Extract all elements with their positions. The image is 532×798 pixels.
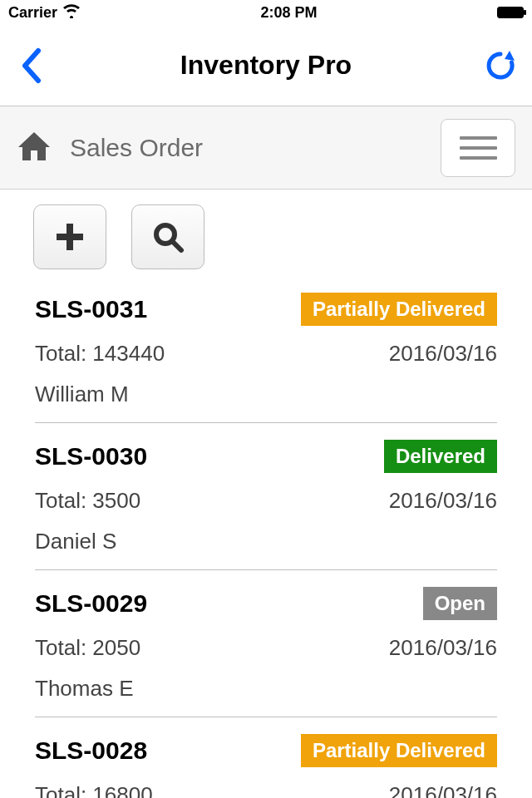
list-item-row: Total: 1434402016/03/16	[35, 341, 497, 367]
page-title: Inventory Pro	[48, 50, 484, 81]
list-item-row: SLS-0031Partially Delivered	[35, 293, 497, 326]
search-icon	[151, 220, 185, 254]
list-item[interactable]: SLS-0028Partially DeliveredTotal: 168002…	[35, 717, 497, 798]
list-item-row: Total: 20502016/03/16	[35, 635, 497, 661]
order-date: 2016/03/16	[389, 341, 497, 367]
order-id: SLS-0030	[35, 442, 147, 470]
list-item-row: Total: 35002016/03/16	[35, 488, 497, 514]
list-item-row: SLS-0028Partially Delivered	[35, 734, 497, 767]
list-item[interactable]: SLS-0031Partially DeliveredTotal: 143440…	[35, 276, 497, 423]
add-button[interactable]	[33, 204, 106, 269]
status-badge: Open	[423, 587, 497, 620]
status-badge: Delivered	[384, 440, 497, 473]
action-bar	[0, 190, 532, 276]
carrier-label: Carrier	[8, 4, 57, 22]
plus-icon	[53, 220, 86, 254]
order-total: Total: 3500	[35, 488, 140, 514]
sub-header-left: Sales Order	[17, 131, 203, 165]
order-total: Total: 2050	[35, 635, 140, 661]
order-date: 2016/03/16	[389, 782, 497, 798]
list-item-row: SLS-0029Open	[35, 587, 497, 620]
order-date: 2016/03/16	[389, 488, 497, 514]
order-total: Total: 16800	[35, 782, 153, 798]
section-title: Sales Order	[70, 134, 203, 162]
status-time: 2:08 PM	[261, 4, 318, 22]
svg-marker-0	[505, 51, 515, 61]
order-customer: William M	[35, 382, 497, 407]
svg-rect-2	[57, 234, 83, 240]
order-total: Total: 143440	[35, 341, 165, 367]
order-customer: Daniel S	[35, 529, 497, 554]
home-icon[interactable]	[17, 131, 52, 165]
status-badge: Partially Delivered	[301, 293, 497, 326]
refresh-button[interactable]	[484, 49, 517, 82]
status-right	[497, 7, 524, 18]
order-id: SLS-0028	[35, 736, 147, 765]
back-button[interactable]	[15, 47, 48, 84]
hamburger-icon	[460, 136, 497, 140]
status-left: Carrier	[8, 3, 81, 22]
status-bar: Carrier 2:08 PM	[0, 0, 532, 25]
search-button[interactable]	[131, 204, 204, 269]
svg-line-4	[172, 241, 181, 250]
orders-list: SLS-0031Partially DeliveredTotal: 143440…	[0, 276, 532, 798]
order-date: 2016/03/16	[389, 635, 497, 661]
order-customer: Thomas E	[35, 676, 497, 702]
list-item-row: SLS-0030Delivered	[35, 440, 497, 473]
order-id: SLS-0031	[35, 295, 147, 323]
wifi-icon	[62, 3, 81, 22]
list-item[interactable]: SLS-0029OpenTotal: 20502016/03/16Thomas …	[35, 570, 497, 717]
status-badge: Partially Delivered	[301, 734, 497, 767]
nav-bar: Inventory Pro	[0, 25, 532, 106]
sub-header: Sales Order	[0, 106, 532, 190]
menu-button[interactable]	[441, 119, 515, 177]
list-item[interactable]: SLS-0030DeliveredTotal: 35002016/03/16Da…	[35, 423, 497, 570]
battery-icon	[497, 7, 524, 18]
list-item-row: Total: 168002016/03/16	[35, 782, 497, 798]
order-id: SLS-0029	[35, 589, 147, 618]
